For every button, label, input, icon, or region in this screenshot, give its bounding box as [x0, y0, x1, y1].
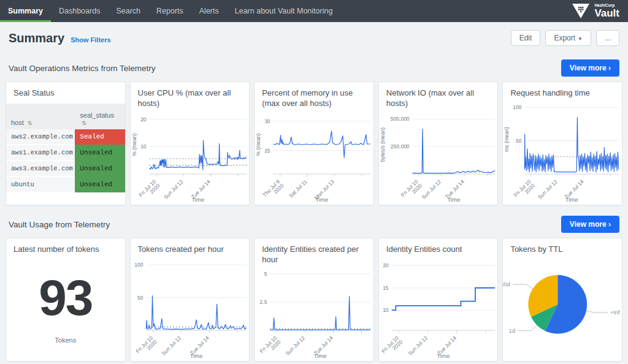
- panel-user-cpu: User CPU % (max over all hosts) 1020% (m…: [130, 82, 250, 205]
- single-value: 93 Tokens: [6, 256, 125, 361]
- host-cell: aws3.example.com: [6, 161, 75, 176]
- svg-text:250,000: 250,000: [391, 143, 410, 150]
- svg-text:1d: 1d: [509, 327, 516, 334]
- status-badge: Unsealed: [75, 145, 124, 161]
- sort-icon: ⇅: [28, 120, 33, 126]
- view-more-operations-button[interactable]: View more ›: [561, 59, 619, 77]
- panel-request-time: Request handling time 50100ms (mean)Fri …: [502, 82, 622, 205]
- svg-text:Time: Time: [190, 352, 202, 359]
- panel-tokens-by-ttl: Tokens by TTL +Inf1d30d: [502, 238, 622, 362]
- svg-text:100: 100: [513, 104, 522, 110]
- entities-count-chart[interactable]: 101520Fri Jul 102020Sun Jul 12Tue Jul 14…: [379, 256, 498, 361]
- brand: HashiCorp Vault: [572, 0, 628, 22]
- panel-title: Tokens created per hour: [131, 238, 250, 256]
- nav-item-dashboards[interactable]: Dashboards: [51, 0, 108, 22]
- svg-text:Time: Time: [447, 196, 460, 203]
- more-options-button[interactable]: ...: [596, 30, 619, 46]
- svg-text:+Inf: +Inf: [610, 309, 620, 316]
- export-label: Export: [554, 34, 575, 42]
- brand-product: Vault: [594, 8, 619, 18]
- memory-chart[interactable]: 2530% (mean)Thu Jul 92020Sat Jul 11Mon J…: [255, 110, 373, 205]
- section-operations-header: Vault Operations Metrics from Telemetry …: [6, 51, 622, 82]
- page-header: Summary Show Filters Edit Export▼ ...: [6, 22, 622, 51]
- svg-text:Time: Time: [314, 352, 327, 359]
- svg-text:100: 100: [134, 262, 143, 268]
- svg-text:Sat Jul 11: Sat Jul 11: [288, 178, 308, 199]
- panel-title: Percent of memory in use (max over all h…: [255, 82, 373, 110]
- svg-text:Time: Time: [437, 352, 450, 359]
- panel-title: User CPU % (max over all hosts): [131, 82, 250, 110]
- top-nav: SummaryDashboardsSearchReportsAlertsLear…: [0, 0, 628, 22]
- svg-text:50: 50: [516, 138, 522, 144]
- nav-item-reports[interactable]: Reports: [148, 0, 191, 22]
- token-count-caption: Tokens: [55, 336, 76, 344]
- svg-text:Sun Jul 12: Sun Jul 12: [163, 178, 185, 200]
- svg-text:Sun Jul 12: Sun Jul 12: [285, 335, 307, 357]
- panel-title: Request handling time: [503, 82, 622, 100]
- svg-text:% (mean): % (mean): [131, 133, 137, 156]
- nav-item-search[interactable]: Search: [108, 0, 148, 22]
- svg-text:30: 30: [264, 118, 270, 124]
- panel-seal-status: Seal Status host ⇅seal_status ⇅ aws2.exa…: [6, 82, 126, 205]
- section-title: Vault Usage from Telemetry: [9, 220, 110, 229]
- nav-item-learn-about-vault-monitoring[interactable]: Learn about Vault Monitoring: [227, 0, 341, 22]
- svg-text:Fri Jul 102020: Fri Jul 102020: [380, 335, 404, 358]
- column-header-seal_status[interactable]: seal_status ⇅: [75, 104, 124, 129]
- table-row: ubuntuUnsealed: [6, 176, 125, 192]
- sort-icon: ⇅: [82, 120, 86, 126]
- svg-text:Time: Time: [191, 196, 204, 203]
- panel-title: Latest number of tokens: [6, 238, 125, 256]
- user-cpu-chart[interactable]: 1020% (mean)Fri Jul 102020Sun Jul 12Tue …: [131, 110, 250, 205]
- vault-logo-icon: [572, 3, 590, 19]
- nav-item-summary[interactable]: Summary: [0, 0, 51, 22]
- request-time-chart[interactable]: 50100ms (mean)Fri Jul 102020Sun Jul 12Tu…: [503, 100, 622, 205]
- svg-text:Fri Jul 102020: Fri Jul 102020: [399, 178, 423, 202]
- svg-text:25: 25: [264, 147, 270, 153]
- svg-text:5: 5: [264, 270, 267, 276]
- panel-network-io: Network IO (max over all hosts) 250,0005…: [378, 82, 499, 205]
- svg-text:ms (mean): ms (mean): [504, 127, 510, 152]
- usage-panel-grid: Latest number of tokens 93 Tokens Tokens…: [6, 238, 622, 362]
- edit-button[interactable]: Edit: [511, 30, 541, 46]
- svg-text:% (mean): % (mean): [255, 133, 261, 156]
- svg-text:500,000: 500,000: [391, 116, 410, 122]
- svg-text:20: 20: [140, 116, 147, 122]
- svg-text:30d: 30d: [503, 281, 510, 287]
- view-more-usage-button[interactable]: View more ›: [561, 216, 619, 233]
- table-row: aws3.example.comUnsealed: [6, 161, 125, 176]
- panel-title: Seal Status: [6, 82, 125, 100]
- tokens-by-ttl-pie-chart[interactable]: +Inf1d30d: [503, 256, 622, 361]
- panel-title: Tokens by TTL: [503, 238, 622, 256]
- svg-text:bytes/s (mean): bytes/s (mean): [380, 127, 386, 162]
- status-badge: Unsealed: [75, 176, 124, 192]
- operations-panel-grid: Seal Status host ⇅seal_status ⇅ aws2.exa…: [6, 82, 622, 205]
- page-title: Summary: [9, 31, 64, 45]
- section-title: Vault Operations Metrics from Telemetry: [9, 64, 156, 73]
- tokens-per-hour-chart[interactable]: 50100Fri Jul 102020Sun Jul 12Tue Jul 14T…: [131, 256, 250, 361]
- show-filters-link[interactable]: Show Filters: [71, 36, 110, 44]
- svg-text:Sun Jul 12: Sun Jul 12: [420, 178, 442, 200]
- nav-item-alerts[interactable]: Alerts: [191, 0, 227, 22]
- token-count-value: 93: [39, 273, 92, 323]
- svg-text:15: 15: [383, 285, 389, 291]
- svg-text:10: 10: [383, 307, 389, 313]
- host-cell: aws1.example.com: [6, 145, 75, 161]
- svg-text:50: 50: [137, 295, 144, 301]
- svg-text:10: 10: [140, 143, 147, 150]
- svg-text:Fri Jul 102020: Fri Jul 102020: [259, 335, 282, 358]
- chevron-down-icon: ▼: [578, 36, 583, 42]
- export-button[interactable]: Export▼: [545, 30, 591, 46]
- network-io-chart[interactable]: 250,000500,000bytes/s (mean)Fri Jul 1020…: [379, 110, 498, 205]
- panel-tokens-per-hour: Tokens created per hour 50100Fri Jul 102…: [130, 238, 250, 362]
- svg-text:Sun Jul 12: Sun Jul 12: [160, 335, 182, 357]
- column-header-host[interactable]: host ⇅: [6, 104, 75, 129]
- seal-status-table: host ⇅seal_status ⇅ aws2.example.comSeal…: [6, 104, 125, 193]
- entities-per-hour-chart[interactable]: 2.55Fri Jul 102020Sun Jul 12Tue Jul 14Ti…: [255, 267, 373, 361]
- svg-text:20: 20: [383, 262, 389, 268]
- panel-latest-tokens: Latest number of tokens 93 Tokens: [6, 238, 126, 362]
- section-usage-header: Vault Usage from Telemetry View more ›: [6, 205, 622, 238]
- host-cell: aws2.example.com: [6, 129, 75, 145]
- svg-text:Fri Jul 102020: Fri Jul 102020: [137, 178, 161, 202]
- svg-text:Time: Time: [316, 196, 329, 203]
- panel-title: Identity Entities created per hour: [255, 238, 373, 267]
